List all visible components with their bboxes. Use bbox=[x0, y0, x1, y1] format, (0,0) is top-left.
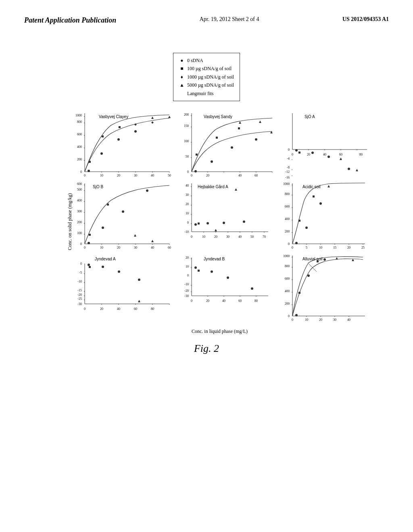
svg-point-219 bbox=[88, 264, 90, 266]
svg-marker-127 bbox=[134, 234, 136, 237]
svg-text:20: 20 bbox=[117, 246, 120, 249]
chart-svg-3: SjO A 0 -4 -8 -12 -16 0 20 40 60 80 bbox=[276, 109, 373, 182]
svg-rect-126 bbox=[107, 204, 109, 206]
svg-text:0: 0 bbox=[288, 148, 290, 152]
chart-svg-1: Vasbyvej Clayey 0 200 400 600 800 1000 0… bbox=[67, 109, 175, 182]
svg-point-60 bbox=[255, 138, 257, 141]
svg-text:-10: -10 bbox=[77, 280, 82, 283]
svg-rect-191 bbox=[298, 220, 300, 222]
svg-text:-12: -12 bbox=[285, 170, 290, 174]
svg-text:600: 600 bbox=[77, 133, 82, 136]
chart-svg-7: Jyndevad A 0 -5 -10 -15 -20 -25 -30 0 20… bbox=[67, 251, 175, 326]
svg-text:60: 60 bbox=[254, 174, 258, 177]
svg-text:60: 60 bbox=[238, 299, 242, 303]
svg-text:800: 800 bbox=[285, 264, 290, 268]
svg-text:0: 0 bbox=[292, 318, 293, 322]
svg-text:20: 20 bbox=[100, 307, 103, 311]
svg-text:Jyndevad B: Jyndevad B bbox=[204, 257, 225, 261]
svg-text:20: 20 bbox=[186, 202, 189, 206]
svg-text:0: 0 bbox=[292, 246, 293, 249]
svg-point-122 bbox=[102, 227, 104, 229]
svg-text:0: 0 bbox=[288, 242, 290, 246]
svg-point-158 bbox=[223, 222, 225, 224]
header-title: Patent Application Publication bbox=[24, 16, 116, 25]
svg-point-123 bbox=[122, 210, 124, 213]
svg-text:40: 40 bbox=[238, 174, 242, 177]
svg-text:400: 400 bbox=[285, 217, 290, 221]
svg-text:50: 50 bbox=[186, 155, 189, 158]
svg-point-278 bbox=[323, 258, 326, 261]
chart-alluvial-soil: Alluvial soil 0 200 400 600 800 1000 0 1… bbox=[276, 251, 373, 328]
svg-text:600: 600 bbox=[285, 205, 290, 208]
svg-point-121 bbox=[88, 242, 90, 244]
svg-rect-30 bbox=[102, 135, 104, 137]
chart-sjo-a: SjO A 0 -4 -8 -12 -16 0 20 40 60 80 bbox=[276, 109, 373, 183]
svg-rect-160 bbox=[198, 222, 200, 224]
svg-marker-33 bbox=[151, 121, 154, 124]
svg-text:30: 30 bbox=[333, 318, 336, 322]
svg-text:40: 40 bbox=[222, 299, 225, 303]
svg-point-28 bbox=[134, 130, 137, 133]
svg-point-25 bbox=[88, 170, 90, 172]
svg-rect-192 bbox=[313, 195, 315, 197]
svg-text:-4: -4 bbox=[287, 157, 290, 160]
main-content: ● 0 sDNA ■ 100 µg sDNA/g of soil ♦ 1000 … bbox=[24, 53, 389, 355]
svg-text:-30: -30 bbox=[77, 302, 82, 306]
svg-text:15: 15 bbox=[333, 246, 336, 249]
svg-point-188 bbox=[295, 242, 298, 244]
svg-text:0: 0 bbox=[80, 262, 82, 266]
svg-rect-63 bbox=[238, 127, 240, 129]
svg-point-249 bbox=[227, 276, 229, 279]
svg-text:40: 40 bbox=[151, 174, 154, 177]
svg-text:-16: -16 bbox=[285, 176, 290, 179]
svg-text:50: 50 bbox=[250, 235, 254, 239]
svg-text:10: 10 bbox=[202, 235, 205, 239]
svg-text:-5: -5 bbox=[79, 271, 82, 274]
svg-text:80: 80 bbox=[254, 299, 258, 303]
legend-box: ● 0 sDNA ■ 100 µg sDNA/g of soil ♦ 1000 … bbox=[173, 53, 240, 101]
svg-text:1000: 1000 bbox=[75, 114, 82, 117]
svg-rect-62 bbox=[216, 137, 218, 139]
svg-marker-93 bbox=[356, 169, 358, 171]
svg-point-190 bbox=[319, 202, 322, 205]
svg-text:0: 0 bbox=[191, 235, 192, 239]
svg-text:70: 70 bbox=[263, 235, 266, 239]
svg-text:40: 40 bbox=[186, 184, 189, 187]
svg-text:0: 0 bbox=[84, 246, 86, 249]
svg-point-248 bbox=[211, 270, 213, 273]
svg-text:10: 10 bbox=[100, 246, 103, 249]
svg-text:0: 0 bbox=[191, 299, 192, 303]
svg-rect-223 bbox=[89, 266, 91, 268]
svg-text:0: 0 bbox=[80, 170, 82, 174]
svg-point-222 bbox=[138, 278, 140, 281]
svg-text:200: 200 bbox=[285, 302, 290, 305]
chart-vasbyvej-clayey: Vasbyvej Clayey 0 200 400 600 800 1000 0… bbox=[67, 109, 175, 183]
svg-rect-91 bbox=[298, 152, 300, 154]
legend-item-2: ■ 100 µg sDNA/g of soil bbox=[179, 64, 234, 73]
svg-marker-35 bbox=[168, 116, 171, 118]
svg-marker-162 bbox=[235, 188, 237, 191]
y-axis-label: Conc. on solid phase (mg/kg) bbox=[67, 193, 73, 251]
svg-text:20: 20 bbox=[319, 318, 322, 322]
svg-text:80: 80 bbox=[151, 307, 154, 311]
svg-text:60: 60 bbox=[339, 153, 342, 156]
svg-text:10: 10 bbox=[319, 246, 322, 249]
svg-rect-280 bbox=[317, 260, 319, 262]
svg-text:40: 40 bbox=[151, 246, 154, 249]
svg-rect-61 bbox=[196, 154, 198, 156]
svg-point-57 bbox=[194, 170, 197, 172]
svg-point-220 bbox=[102, 266, 104, 268]
svg-point-159 bbox=[243, 220, 245, 223]
svg-text:400: 400 bbox=[285, 289, 290, 293]
svg-text:300: 300 bbox=[77, 210, 82, 213]
chart-row-3: Jyndevad A 0 -5 -10 -15 -20 -25 -30 0 20… bbox=[67, 251, 373, 328]
svg-text:800: 800 bbox=[77, 120, 82, 124]
svg-text:0: 0 bbox=[84, 174, 86, 177]
svg-text:60: 60 bbox=[134, 307, 137, 311]
svg-marker-128 bbox=[151, 240, 154, 242]
svg-text:10: 10 bbox=[186, 212, 189, 215]
svg-text:-10: -10 bbox=[184, 283, 189, 286]
chart-hejbakke: Hejbakke Gård A -10 0 10 20 30 40 0 10 2… bbox=[175, 179, 276, 256]
svg-text:Jyndevad A: Jyndevad A bbox=[95, 257, 116, 261]
chart-svg-4: SjO B 0 100 200 300 400 500 600 0 10 20 … bbox=[67, 179, 175, 254]
